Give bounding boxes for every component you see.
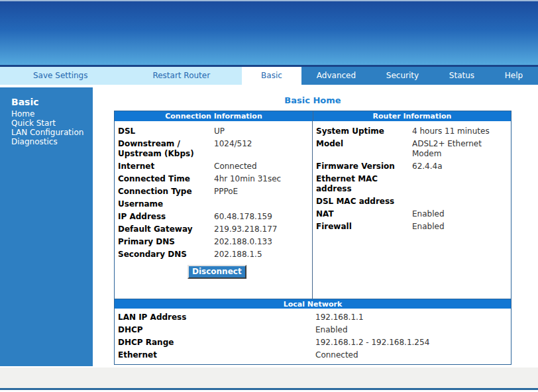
- table-row: Firmware Version 62.4.4a: [313, 159, 511, 172]
- field-label: IP Address: [118, 212, 214, 222]
- field-value: 4 hours 11 minutes: [412, 126, 490, 136]
- field-label: Ethernet MAC address: [316, 174, 412, 194]
- footer-bar: [0, 368, 538, 388]
- field-value: Connected: [214, 162, 257, 172]
- sidebar-item-home[interactable]: Home: [0, 109, 93, 119]
- table-row: DSL MAC address: [313, 194, 511, 207]
- table-row: DHCP Enabled: [115, 322, 511, 335]
- tab-status[interactable]: Status: [445, 67, 478, 85]
- sidebar-item-diagnostics[interactable]: Diagnostics: [0, 137, 93, 146]
- field-label: Default Gateway: [118, 224, 214, 234]
- tab-security[interactable]: Security: [382, 67, 423, 85]
- sidebar-item-lan-configuration[interactable]: LAN Configuration: [0, 128, 93, 137]
- table-row: Ethernet Connected: [115, 348, 511, 360]
- table-row: DSL UP: [115, 124, 312, 136]
- connection-information-section: DSL UP Downstream / Upstream (Kbps) 1024…: [115, 121, 313, 299]
- field-label: Downstream / Upstream (Kbps): [118, 139, 214, 159]
- field-label: System Uptime: [316, 126, 412, 136]
- table-row: Connected Time 4hr 10min 31sec: [115, 172, 312, 184]
- field-label: Firewall: [316, 222, 412, 232]
- router-information-header: Router Information: [313, 111, 511, 121]
- field-label: Ethernet: [118, 350, 315, 360]
- table-row: IP Address 60.48.178.159: [115, 209, 312, 222]
- field-value: PPPoE: [214, 187, 238, 197]
- local-network-section: LAN IP Address 192.168.1.1 DHCP Enabled …: [115, 309, 511, 364]
- router-information-section: System Uptime 4 hours 11 minutes Model A…: [313, 121, 511, 299]
- bottom-accent-line: [0, 388, 538, 390]
- field-value: Enabled: [412, 222, 445, 232]
- table-row: DHCP Range 192.168.1.2 - 192.168.1.254: [115, 335, 511, 348]
- status-table: Connection Information Router Informatio…: [114, 111, 511, 365]
- field-value: 60.48.178.159: [214, 212, 272, 222]
- restart-router-button[interactable]: Restart Router: [121, 67, 242, 85]
- sidebar: Basic Home Quick Start LAN Configuration…: [0, 87, 93, 366]
- table-row: Secondary DNS 202.188.1.5: [115, 247, 312, 260]
- navbar-action-group: Save Settings Restart Router: [0, 67, 242, 85]
- field-value: 1024/512: [214, 139, 252, 159]
- field-value: UP: [214, 126, 225, 136]
- tab-basic[interactable]: Basic: [242, 67, 301, 85]
- table-row: Default Gateway 219.93.218.177: [115, 222, 312, 234]
- field-label: DSL: [118, 126, 214, 136]
- table-row: Username: [115, 197, 312, 209]
- field-value: 192.168.1.2 - 192.168.1.254: [315, 338, 429, 348]
- field-label: NAT: [316, 209, 412, 219]
- disconnect-button-row: Disconnect: [115, 260, 312, 285]
- table-row: System Uptime 4 hours 11 minutes: [313, 124, 511, 136]
- save-settings-button[interactable]: Save Settings: [0, 67, 121, 85]
- sidebar-title: Basic: [0, 87, 93, 109]
- field-value: Enabled: [412, 209, 445, 219]
- main-navbar: Save Settings Restart Router Basic Advan…: [0, 67, 538, 85]
- table-row: Internet Connected: [115, 159, 312, 172]
- field-label: LAN IP Address: [118, 313, 315, 322]
- tab-help[interactable]: Help: [501, 67, 527, 85]
- top-banner: [0, 0, 538, 65]
- tab-advanced[interactable]: Advanced: [313, 67, 360, 85]
- table-row: NAT Enabled: [313, 207, 511, 219]
- local-network-header: Local Network: [115, 299, 511, 309]
- table-row: Firewall Enabled: [313, 219, 511, 232]
- field-value: 202.188.0.133: [214, 237, 272, 247]
- field-value: 202.188.1.5: [214, 250, 262, 260]
- field-label: DHCP Range: [118, 338, 315, 348]
- sidebar-item-quick-start[interactable]: Quick Start: [0, 119, 93, 128]
- field-label: DSL MAC address: [316, 197, 412, 207]
- page-title: Basic Home: [114, 95, 511, 105]
- field-value: Connected: [315, 350, 358, 360]
- field-label: Model: [316, 139, 412, 159]
- field-value: 192.168.1.1: [315, 313, 364, 322]
- disconnect-button[interactable]: Disconnect: [188, 265, 246, 279]
- field-value: 62.4.4a: [412, 162, 443, 172]
- table-row: Connection Type PPPoE: [115, 184, 312, 197]
- table-row: LAN IP Address 192.168.1.1: [115, 310, 511, 322]
- table-row: Downstream / Upstream (Kbps) 1024/512: [115, 136, 312, 159]
- field-label: Primary DNS: [118, 237, 214, 247]
- table-header-row: Connection Information Router Informatio…: [115, 111, 511, 121]
- field-label: Firmware Version: [316, 162, 412, 172]
- field-value: ADSL2+ Ethernet Modem: [412, 139, 511, 159]
- field-label: Username: [118, 199, 214, 209]
- table-row: Model ADSL2+ Ethernet Modem: [313, 136, 511, 159]
- field-value: 4hr 10min 31sec: [214, 174, 281, 184]
- table-row: Ethernet MAC address: [313, 172, 511, 194]
- field-label: Connected Time: [118, 174, 214, 184]
- table-row: Primary DNS 202.188.0.133: [115, 234, 312, 247]
- router-admin-page: Save Settings Restart Router Basic Advan…: [0, 0, 538, 392]
- field-label: Internet: [118, 162, 214, 172]
- field-value: Enabled: [315, 325, 348, 335]
- navbar-tab-group: Advanced Security Status Help: [301, 67, 538, 85]
- table-body: DSL UP Downstream / Upstream (Kbps) 1024…: [115, 121, 511, 299]
- field-value: 219.93.218.177: [214, 224, 277, 234]
- field-label: DHCP: [118, 325, 315, 335]
- field-label: Secondary DNS: [118, 250, 214, 260]
- connection-information-header: Connection Information: [115, 111, 313, 121]
- field-label: Connection Type: [118, 187, 214, 197]
